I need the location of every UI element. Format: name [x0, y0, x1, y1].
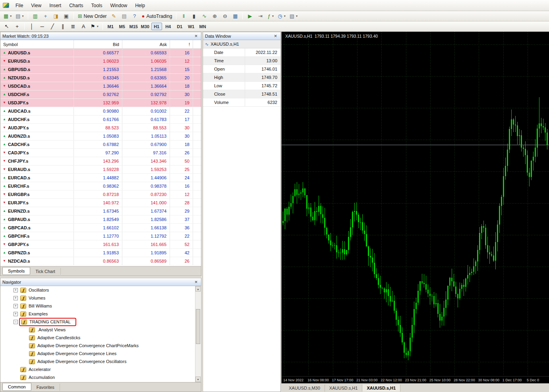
- market-watch-row-eurchf-s[interactable]: ▲EURCHF.s0.983620.9837816: [0, 182, 201, 190]
- chart-tab-xauusd-s-h1[interactable]: XAUUSD.s,H1: [362, 384, 400, 392]
- navigator-item-adaptive-divergence-convergence-oscillators[interactable]: ƒAdaptive Divergence Convergence Oscilla…: [0, 357, 201, 365]
- navigator-item-accelerator[interactable]: ƒAccelerator: [0, 365, 201, 373]
- market-watch-row-gbpnzd-s[interactable]: ▲GBPNZD.s1.918531.9189542: [0, 249, 201, 257]
- cursor-tool-button[interactable]: ↖: [2, 22, 12, 31]
- tile-windows-button[interactable]: ▦: [230, 12, 240, 21]
- expander-plus-icon[interactable]: +: [14, 312, 18, 316]
- metaeditor-button[interactable]: ✎: [109, 12, 119, 21]
- trendline-tool-button[interactable]: ╱: [48, 22, 57, 31]
- market-watch-row-usdchf-s[interactable]: ▲USDCHF.s0.927620.9279230: [0, 90, 201, 99]
- scroll-up-icon[interactable]: ▲: [195, 286, 201, 292]
- timeframe-m1[interactable]: M1: [105, 23, 116, 30]
- data-window-toggle-button[interactable]: +: [41, 12, 50, 21]
- market-watch-row-nzdcad-s[interactable]: ▼NZDCAD.s0.865630.8658926: [0, 257, 201, 265]
- navigator-toggle-button[interactable]: ◨: [51, 12, 61, 21]
- timeframe-w1[interactable]: W1: [186, 23, 197, 30]
- timeframe-d1[interactable]: D1: [174, 23, 185, 30]
- navigator-close-icon[interactable]: ×: [193, 279, 199, 285]
- column-header-ask[interactable]: Ask: [122, 40, 170, 48]
- terminal-toggle-button[interactable]: ▣: [62, 12, 71, 21]
- market-watch-row-audcad-s[interactable]: ▲AUDCAD.s0.909800.9100222: [0, 107, 201, 115]
- menu-tools[interactable]: Tools: [87, 1, 106, 10]
- market-watch-row-cadchf-s[interactable]: ▲CADCHF.s0.678820.6790018: [0, 140, 201, 149]
- menu-charts[interactable]: Charts: [65, 1, 87, 10]
- menu-insert[interactable]: Insert: [45, 1, 65, 10]
- navigator-item-oscillators[interactable]: +ƒOscillators: [0, 286, 201, 294]
- navigator-item-adaptive-divergence-convergence-lines[interactable]: ƒAdaptive Divergence Convergence Lines: [0, 350, 201, 357]
- market-watch-row-audusd-s[interactable]: ▲AUDUSD.s0.665770.6659316: [0, 49, 201, 57]
- market-watch-toggle-button[interactable]: ▥: [31, 12, 40, 21]
- market-watch-row-gbpcad-s[interactable]: ▲GBPCAD.s1.661021.6613836: [0, 224, 201, 232]
- chart-tab-xauusd-s-h1[interactable]: XAUUSD.s,H1: [325, 384, 363, 392]
- market-watch-row-euraud-s[interactable]: ▼EURAUD.s1.592281.5925325: [0, 165, 201, 174]
- market-watch-row-eurusd-s[interactable]: ▼EURUSD.s1.060231.0603512: [0, 57, 201, 65]
- navigator-item-analyst-views[interactable]: ƒ.Analyst Views: [0, 326, 201, 334]
- market-watch-row-nzdusd-s[interactable]: ▲NZDUSD.s0.633450.6336520: [0, 74, 201, 82]
- print-button[interactable]: ▤: [120, 12, 129, 21]
- periods-button[interactable]: ◷▾: [276, 12, 287, 21]
- market-watch-row-audnzd-s[interactable]: ▲AUDNZD.s1.050831.0511330: [0, 132, 201, 140]
- timeframe-m30[interactable]: M30: [140, 23, 151, 30]
- market-watch-titlebar[interactable]: Market Watch: 09:15:23 ×: [0, 32, 201, 40]
- new-chart-button[interactable]: ▦▾: [2, 12, 13, 21]
- navigator-item-adaptive-divergence-convergence-chartpricemarks[interactable]: ƒAdaptive Divergence Convergence ChartPr…: [0, 342, 201, 350]
- market-watch-row-cadjpy-s[interactable]: ▼CADJPY.s97.29097.31626: [0, 149, 201, 157]
- market-watch-row-gbpjpy-s[interactable]: ▼GBPJPY.s161.613161.66552: [0, 240, 201, 249]
- arrows-tool-button[interactable]: ⚑▾: [89, 22, 100, 31]
- expander-plus-icon[interactable]: +: [14, 304, 18, 308]
- market-watch-tab-symbols[interactable]: Symbols: [2, 267, 30, 275]
- indicators-list-button[interactable]: ƒ▾: [266, 12, 275, 21]
- market-watch-row-audjpy-s[interactable]: ▼AUDJPY.s88.52388.55330: [0, 124, 201, 132]
- line-chart-mode-button[interactable]: ∿: [199, 12, 209, 21]
- channel-tool-button[interactable]: ∥: [58, 22, 68, 31]
- navigator-item-volumes[interactable]: +ƒVolumes: [0, 294, 201, 302]
- navigator-item-adaptive-candlesticks[interactable]: ƒAdaptive Candlesticks: [0, 334, 201, 342]
- profiles-button[interactable]: ▤▾: [14, 12, 25, 21]
- navigator-scrollbar[interactable]: ▲ ▼: [195, 286, 201, 382]
- market-watch-close-icon[interactable]: ×: [193, 33, 199, 39]
- timeframe-h1[interactable]: H1: [151, 23, 162, 30]
- zoom-out-button[interactable]: ⊖: [220, 12, 230, 21]
- market-watch-row-eurgbp-s[interactable]: ▼EURGBP.s0.872180.8723012: [0, 190, 201, 199]
- zoom-in-button[interactable]: ⊕: [210, 12, 219, 21]
- crosshair-tool-button[interactable]: +: [12, 22, 22, 31]
- new-order-button[interactable]: ⊞New Order: [76, 12, 108, 21]
- market-watch-row-gbpchf-s[interactable]: ▲GBPCHF.s1.127701.1279222: [0, 232, 201, 240]
- menu-help[interactable]: Help: [131, 1, 149, 10]
- chart-window[interactable]: XAUUSD.s,H1 1793.11 1794.39 1793.11 1793…: [281, 32, 549, 383]
- horizontal-line-tool-button[interactable]: ─: [37, 22, 47, 31]
- column-header-bid[interactable]: Bid: [74, 40, 122, 48]
- menu-window[interactable]: Window: [106, 1, 131, 10]
- autotrading-button[interactable]: ●AutoTrading: [140, 12, 174, 21]
- chart-shift-button[interactable]: ⇥: [255, 12, 265, 21]
- market-watch-row-usdcad-s[interactable]: ▼USDCAD.s1.366461.3666418: [0, 82, 201, 90]
- data-window-close-icon[interactable]: ×: [273, 33, 278, 39]
- timeframe-h4[interactable]: H4: [163, 23, 174, 30]
- navigator-item-bill-williams[interactable]: +ƒBill Williams: [0, 302, 201, 310]
- menu-file[interactable]: File: [12, 1, 27, 10]
- navigator-item-examples[interactable]: +ƒExamples: [0, 310, 201, 318]
- timeframe-m5[interactable]: M5: [117, 23, 128, 30]
- market-watch-row-usdjpy-s[interactable]: ▼USDJPY.s132.959132.97819: [0, 99, 201, 107]
- candlestick-chart[interactable]: [282, 32, 549, 376]
- expander-minus-icon[interactable]: −: [14, 320, 18, 324]
- navigator-item-trading-central[interactable]: −ƒTRADING CENTRAL: [0, 318, 201, 326]
- fibonacci-tool-button[interactable]: ≣: [68, 22, 78, 31]
- text-tool-button[interactable]: A: [79, 22, 88, 31]
- chart-time-axis[interactable]: 14 Nov 202216 Nov 08:0017 Nov 17:0021 No…: [282, 376, 549, 383]
- market-watch-row-eurjpy-s[interactable]: ▼EURJPY.s140.972141.00028: [0, 199, 201, 207]
- help-button[interactable]: ?: [130, 12, 139, 21]
- market-watch-row-eurnzd-s[interactable]: ▲EURNZD.s1.673451.6737429: [0, 207, 201, 215]
- column-header-spread[interactable]: !: [170, 40, 193, 48]
- menu-view[interactable]: View: [27, 1, 45, 10]
- market-watch-row-gbpusd-s[interactable]: ▲GBPUSD.s1.215531.2156815: [0, 65, 201, 74]
- vertical-line-tool-button[interactable]: │: [27, 22, 37, 31]
- scroll-down-icon[interactable]: ▼: [195, 377, 201, 382]
- expander-plus-icon[interactable]: +: [14, 296, 18, 300]
- market-watch-tab-tick-chart[interactable]: Tick Chart: [30, 268, 61, 275]
- navigator-item-accumulation[interactable]: ƒAccumulation: [0, 373, 201, 381]
- market-watch-row-eurcad-s[interactable]: ▲EURCAD.s1.448821.4490624: [0, 174, 201, 182]
- navigator-titlebar[interactable]: Navigator ×: [0, 278, 201, 286]
- chart-tab-xauusd-s-m30[interactable]: XAUUSD.s,M30: [284, 384, 325, 392]
- market-watch-row-audchf-s[interactable]: ▲AUDCHF.s0.617660.6178317: [0, 115, 201, 124]
